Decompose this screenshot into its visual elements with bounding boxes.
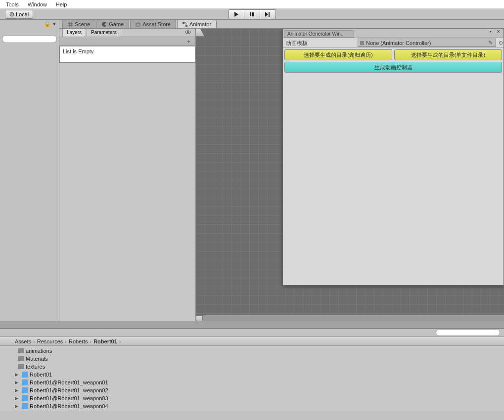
animator-sidebar: Layers Parameters + List is Empty: [59, 29, 196, 321]
empty-list-label: List is Empty: [63, 48, 93, 54]
expand-arrow-icon[interactable]: ▶: [15, 388, 20, 393]
plus-icon[interactable]: +: [187, 39, 190, 44]
tab-asset-store-label: Asset Store: [142, 21, 171, 27]
main-view: Scene Game Asset Store Animator: [59, 20, 504, 321]
window-menu-icon[interactable]: ▪: [490, 29, 496, 35]
breadcrumb-item[interactable]: Assets: [15, 338, 31, 344]
tab-scene-label: Scene: [75, 21, 90, 27]
generate-animator-button[interactable]: 生成动画控制器: [284, 62, 502, 73]
template-object-field[interactable]: None (Animator Controller) ✎: [358, 39, 496, 47]
prefab-icon: [22, 395, 28, 401]
svg-rect-1: [250, 12, 251, 16]
dropdown-icon[interactable]: ▾: [53, 21, 56, 27]
chevron-right-icon: ›: [65, 338, 67, 344]
template-value: None (Animator Controller): [366, 40, 485, 46]
breadcrumb-item[interactable]: Roberts: [69, 338, 88, 344]
grid-icon: [68, 22, 73, 27]
prefab-row[interactable]: ▶Robert01@Robert01_weapon03: [0, 394, 504, 402]
folder-name: textures: [26, 364, 45, 370]
svg-rect-4: [136, 23, 140, 26]
tab-animator-label: Animator: [189, 21, 211, 27]
menu-window[interactable]: Window: [28, 1, 47, 7]
chevron-right-icon: ›: [119, 338, 121, 344]
breadcrumb-item[interactable]: Resources: [37, 338, 63, 344]
play-button[interactable]: [229, 9, 244, 19]
window-titlebar[interactable]: Animator Generator Win... ▪ ✕: [283, 29, 504, 38]
menu-help[interactable]: Help: [56, 1, 67, 7]
animator-icon: [183, 22, 187, 27]
local-toggle-button[interactable]: Local: [5, 10, 33, 19]
tab-animator[interactable]: Animator: [177, 20, 217, 28]
expand-arrow-icon[interactable]: ▶: [15, 396, 20, 401]
add-layer-row: +: [59, 37, 195, 46]
template-field-row: 动画模板 None (Animator Controller) ✎ ⊙: [283, 38, 504, 48]
svg-rect-5: [183, 22, 184, 24]
chevron-right-icon: ›: [33, 338, 35, 344]
animator-graph[interactable]: Animator Generator Win... ▪ ✕ 动画模板 None …: [196, 29, 504, 321]
project-breadcrumb: Assets › Resources › Roberts › Robert01 …: [0, 337, 504, 346]
step-button[interactable]: [260, 9, 276, 19]
editor-middle: 🔒 ▾ Scene Game Asset Stor: [0, 20, 504, 321]
project-tree: animations Materials textures ▶Robert01 …: [0, 346, 504, 411]
select-dir-single-button[interactable]: 选择要生成的目录(单文件目录): [394, 49, 502, 60]
prefab-row[interactable]: ▶Robert01@Robert01_weapon04: [0, 402, 504, 410]
folder-name: Materials: [26, 356, 48, 362]
breadcrumb-item[interactable]: Robert01: [93, 338, 117, 344]
window-close-icon[interactable]: ✕: [497, 29, 503, 35]
folder-row[interactable]: textures: [0, 363, 504, 371]
asset-name: Robert01: [30, 372, 52, 378]
animator-body: Layers Parameters + List is Empty: [59, 29, 504, 321]
prefab-row[interactable]: ▶Robert01: [0, 371, 504, 378]
pacman-icon: [102, 22, 107, 27]
folder-name: animations: [26, 348, 52, 354]
tab-scene[interactable]: Scene: [62, 20, 95, 28]
prefab-icon: [22, 403, 28, 409]
pause-button[interactable]: [244, 9, 260, 19]
folder-row[interactable]: Materials: [0, 355, 504, 363]
playback-controls: [229, 9, 276, 19]
project-panel: Assets › Resources › Roberts › Robert01 …: [0, 328, 504, 420]
asset-name: Robert01@Robert01_weapon02: [30, 387, 108, 393]
toolbar: Local: [0, 9, 504, 20]
menu-tools[interactable]: Tools: [6, 1, 19, 7]
eye-icon[interactable]: [184, 30, 191, 35]
template-label: 动画模板: [283, 38, 357, 47]
expand-arrow-icon[interactable]: ▶: [15, 372, 20, 377]
chevron-right-icon: ›: [90, 338, 92, 344]
asset-name: Robert01@Robert01_weapon01: [30, 379, 108, 385]
svg-point-7: [187, 31, 189, 33]
expand-arrow-icon[interactable]: ▶: [15, 404, 20, 409]
pencil-icon[interactable]: ✎: [487, 40, 494, 46]
select-dir-recursive-button[interactable]: 选择要生成的目录(递归遍历): [284, 49, 392, 60]
object-field-icon: [360, 41, 364, 45]
asset-name: Robert01@Robert01_weapon04: [30, 403, 108, 409]
subtab-layers[interactable]: Layers: [62, 29, 86, 37]
tab-game-label: Game: [109, 21, 124, 27]
prefab-icon: [22, 372, 28, 378]
graph-scrollbar-h[interactable]: [196, 315, 504, 321]
project-toolbar: [0, 329, 504, 337]
tab-asset-store[interactable]: Asset Store: [130, 20, 176, 28]
local-label: Local: [16, 11, 29, 17]
window-title: Animator Generator Win...: [284, 30, 354, 38]
folder-icon: [18, 364, 24, 369]
hierarchy-search-input[interactable]: [2, 35, 57, 43]
animator-subtabs: Layers Parameters: [59, 29, 195, 37]
animator-generator-window: Animator Generator Win... ▪ ✕ 动画模板 None …: [282, 29, 504, 286]
svg-rect-2: [252, 12, 254, 16]
object-picker-icon[interactable]: ⊙: [497, 38, 504, 47]
tabs-row: Scene Game Asset Store Animator: [59, 20, 504, 29]
tab-game[interactable]: Game: [96, 20, 129, 28]
globe-icon: [9, 12, 14, 17]
subtab-parameters[interactable]: Parameters: [87, 29, 121, 37]
lock-icon[interactable]: 🔒: [44, 21, 51, 27]
svg-rect-3: [269, 12, 270, 17]
project-search-input[interactable]: [436, 329, 500, 336]
folder-row[interactable]: animations: [0, 347, 504, 355]
expand-arrow-icon[interactable]: ▶: [15, 380, 20, 385]
graph-scrollbar-thumb[interactable]: [196, 315, 203, 321]
asset-name: Robert01@Robert01_weapon03: [30, 395, 108, 401]
prefab-row[interactable]: ▶Robert01@Robert01_weapon01: [0, 378, 504, 386]
prefab-row[interactable]: ▶Robert01@Robert01_weapon02: [0, 386, 504, 394]
prefab-icon: [22, 387, 28, 393]
